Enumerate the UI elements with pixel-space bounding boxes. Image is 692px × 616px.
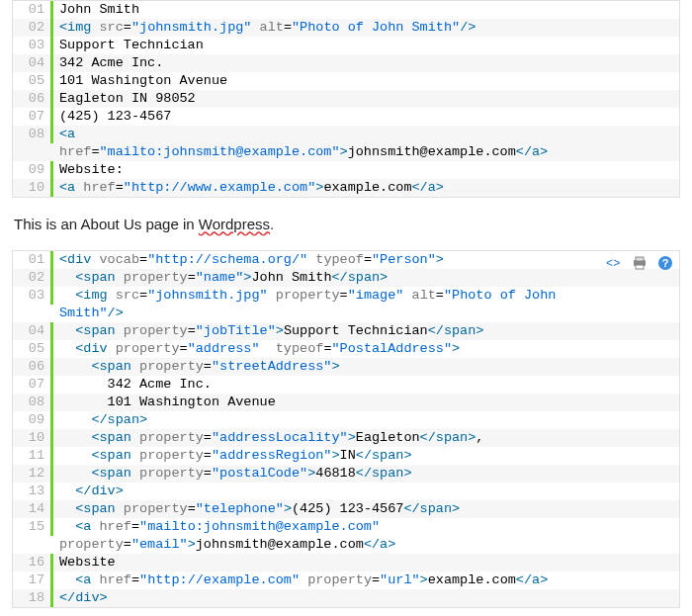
line-number: 03 <box>13 37 53 54</box>
code-line: 05101 Washington Avenue <box>13 72 679 90</box>
code-line: 16Website <box>13 554 679 572</box>
code-content: <span property="addressLocality">Eagleto… <box>53 429 679 447</box>
line-number: 01 <box>13 1 53 19</box>
code-content: Website <box>53 554 679 572</box>
line-number: 02 <box>13 19 53 37</box>
code-content: <span property="name">John Smith</span> <box>53 269 679 287</box>
code-line: 04342 Acme Inc. <box>13 54 679 72</box>
line-number: 08 <box>13 394 53 411</box>
code-line: 01<div vocab="http://schema.org/" typeof… <box>13 251 679 269</box>
svg-rect-2 <box>636 257 644 261</box>
code-line: 08 101 Washington Avenue <box>13 394 679 411</box>
code-content: <span property="postalCode">46818</span> <box>53 465 679 483</box>
code-content: <span property="telephone">(425) 123-456… <box>53 500 679 518</box>
caption-before: This is an About Us page in <box>14 216 199 232</box>
svg-rect-3 <box>636 265 644 269</box>
code-line: 10<a href="http://www.example.com">examp… <box>13 179 679 197</box>
line-number: 06 <box>13 358 53 376</box>
print-icon[interactable] <box>632 255 648 271</box>
code-line: 02<img src="johnsmith.jpg" alt="Photo of… <box>13 19 679 37</box>
help-icon[interactable]: ? <box>657 255 673 271</box>
code-line: 03Support Technician <box>13 37 679 54</box>
code-line: 08<a href="mailto:johnsmith@example.com"… <box>13 126 679 161</box>
code-content: <a href="http://example.com" property="u… <box>53 572 679 589</box>
code-line: 12 <span property="postalCode">46818</sp… <box>13 465 679 483</box>
line-number: 09 <box>13 161 53 179</box>
code-line: 02 <span property="name">John Smith</spa… <box>13 269 679 287</box>
line-number: 08 <box>13 126 53 143</box>
line-number: 10 <box>13 179 53 197</box>
caption-after: . <box>270 216 274 232</box>
svg-text:?: ? <box>662 257 669 269</box>
line-number: 12 <box>13 465 53 483</box>
code-line: 07 342 Acme Inc. <box>13 376 679 394</box>
line-number: 06 <box>13 90 53 108</box>
code-content: <img src="johnsmith.jpg" alt="Photo of J… <box>53 19 679 37</box>
line-number: 13 <box>13 483 53 500</box>
code-line: 03 <img src="johnsmith.jpg" property="im… <box>13 287 679 322</box>
view-source-icon[interactable]: <> <box>606 255 622 271</box>
line-number: 15 <box>13 518 53 536</box>
code-content: <a href="http://www.example.com">example… <box>53 179 679 197</box>
code-content: <img src="johnsmith.jpg" property="image… <box>53 287 679 322</box>
code-content: 101 Washington Avenue <box>53 72 679 90</box>
line-number: 18 <box>13 589 53 607</box>
code-content: 342 Acme Inc. <box>53 376 679 394</box>
code-line: 14 <span property="telephone">(425) 123-… <box>13 500 679 518</box>
code-line: 07(425) 123-4567 <box>13 108 679 126</box>
line-number: 07 <box>13 108 53 126</box>
code-content: John Smith <box>53 1 679 19</box>
code-line: 06Eagleton IN 98052 <box>13 90 679 108</box>
code-block-1: 01John Smith02<img src="johnsmith.jpg" a… <box>12 0 680 198</box>
code-content: <span property="addressRegion">IN</span> <box>53 447 679 465</box>
code-line: 06 <span property="streetAddress"> <box>13 358 679 376</box>
line-number: 04 <box>13 54 53 72</box>
line-number: 17 <box>13 572 53 589</box>
line-number: 14 <box>13 500 53 518</box>
code-content: </span> <box>53 411 679 429</box>
code-content: <div vocab="http://schema.org/" typeof="… <box>53 251 679 269</box>
caption-underlined: Wordpress <box>199 216 270 232</box>
code-block-2: <> ? 01<div vocab="http://schema.org/" t… <box>12 250 680 608</box>
code-line: 10 <span property="addressLocality">Eagl… <box>13 429 679 447</box>
line-number: 11 <box>13 447 53 465</box>
code-line: 01John Smith <box>13 1 679 19</box>
line-number: 02 <box>13 269 53 287</box>
line-number: 05 <box>13 340 53 358</box>
code-content: </div> <box>53 589 679 607</box>
code-content: Support Technician <box>53 37 679 54</box>
code-content: Eagleton IN 98052 <box>53 90 679 108</box>
code-content: </div> <box>53 483 679 500</box>
code-line: 09 </span> <box>13 411 679 429</box>
code-line: 09Website: <box>13 161 679 179</box>
code-content: 101 Washington Avenue <box>53 394 679 411</box>
code-content: 342 Acme Inc. <box>53 54 679 72</box>
line-number: 09 <box>13 411 53 429</box>
code-content: (425) 123-4567 <box>53 108 679 126</box>
line-number: 07 <box>13 376 53 394</box>
code-line: 13 </div> <box>13 483 679 500</box>
line-number: 03 <box>13 287 53 305</box>
line-number: 05 <box>13 72 53 90</box>
code-content: <span property="streetAddress"> <box>53 358 679 376</box>
line-number: 10 <box>13 429 53 447</box>
line-number: 16 <box>13 554 53 572</box>
line-number: 04 <box>13 322 53 340</box>
code-content: <div property="address" typeof="PostalAd… <box>53 340 679 358</box>
caption: This is an About Us page in Wordpress. <box>14 216 678 232</box>
code-line: 11 <span property="addressRegion">IN</sp… <box>13 447 679 465</box>
code-line: 05 <div property="address" typeof="Posta… <box>13 340 679 358</box>
code-content: <a href="mailto:johnsmith@example.com" p… <box>53 518 679 554</box>
code-line: 18</div> <box>13 589 679 607</box>
line-number: 01 <box>13 251 53 269</box>
code-content: Website: <box>53 161 679 179</box>
code-line: 04 <span property="jobTitle">Support Tec… <box>13 322 679 340</box>
code-line: 17 <a href="http://example.com" property… <box>13 572 679 589</box>
code-line: 15 <a href="mailto:johnsmith@example.com… <box>13 518 679 554</box>
code-content: <span property="jobTitle">Support Techni… <box>53 322 679 340</box>
svg-text:<>: <> <box>606 257 620 271</box>
code-toolbar: <> ? <box>606 255 673 271</box>
code-content: <a href="mailto:johnsmith@example.com">j… <box>53 126 679 161</box>
